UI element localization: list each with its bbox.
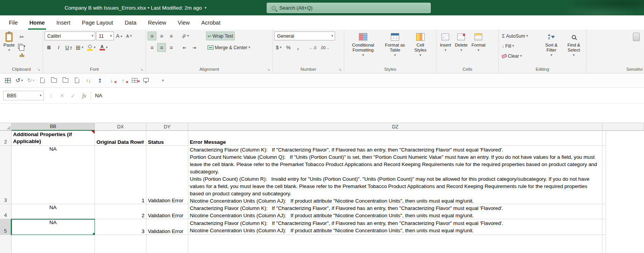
insert-function-icon[interactable] — [82, 92, 86, 99]
insert-cells-button[interactable]: Insert — [438, 31, 453, 52]
browse-folder-button[interactable] — [61, 78, 69, 83]
tab-file[interactable]: File — [3, 15, 23, 30]
insert-row-button[interactable]: ↥ — [96, 78, 104, 83]
delete-table-button[interactable] — [131, 78, 138, 83]
redo-button[interactable] — [27, 77, 35, 84]
increase-decimal-button[interactable] — [308, 43, 318, 52]
alignment-dialog-launcher-icon[interactable] — [267, 68, 270, 72]
cell-DZ2[interactable]: Error Message — [188, 131, 603, 146]
sort-filter-button[interactable]: AZ Sort & Filter — [539, 31, 563, 57]
tab-insert[interactable]: Insert — [51, 15, 76, 30]
fill-color-button[interactable] — [86, 43, 97, 52]
print-preview-button[interactable] — [73, 78, 81, 83]
tab-view[interactable]: View — [172, 15, 196, 30]
tab-home[interactable]: Home — [23, 15, 50, 30]
cell-DY2[interactable]: Status — [146, 131, 188, 146]
cell-filler[interactable] — [603, 204, 606, 219]
align-left-button[interactable] — [148, 43, 156, 52]
row-header-3[interactable]: 3 — [0, 146, 12, 204]
increase-indent-button[interactable] — [190, 43, 199, 52]
sensitivity-button[interactable] — [631, 31, 642, 42]
align-middle-button[interactable] — [157, 32, 166, 40]
cell-DY5[interactable]: Validation Error — [146, 219, 188, 235]
copy-button[interactable] — [17, 42, 27, 51]
cell-DX5[interactable]: 3 — [95, 219, 146, 235]
cell-BB3[interactable]: NA — [12, 146, 95, 204]
format-cells-button[interactable]: Format — [470, 31, 487, 52]
cell-BB4[interactable]: NA — [12, 204, 95, 219]
cell-DX2[interactable]: Original Data Row# — [95, 131, 146, 146]
formula-bar-expanded-area[interactable] — [0, 104, 644, 123]
wrap-text-button[interactable]: Wrap Text — [206, 32, 235, 40]
tab-acrobat[interactable]: Acrobat — [196, 15, 226, 30]
cell-filler[interactable] — [603, 146, 606, 204]
align-center-button[interactable] — [157, 43, 166, 52]
cell-filler[interactable] — [603, 235, 606, 253]
decrease-decimal-button[interactable] — [319, 43, 331, 52]
bold-button[interactable]: B — [45, 43, 53, 52]
document-title[interactable]: Company B with Issues_Errors.xlsx • Last… — [65, 0, 206, 15]
decrease-font-size-button[interactable]: A — [124, 32, 133, 40]
increase-font-size-button[interactable]: A — [115, 32, 124, 40]
row-header-partial[interactable] — [0, 235, 12, 253]
format-painter-button[interactable] — [17, 52, 27, 60]
cell-BB5-selected[interactable]: NA — [12, 219, 95, 235]
row-header-5[interactable]: 5 — [0, 219, 12, 235]
sort-rows-button[interactable]: ↑↓ — [85, 78, 92, 83]
tab-page-layout[interactable]: Page Layout — [76, 15, 119, 30]
align-top-button[interactable] — [148, 32, 156, 40]
font-color-button[interactable]: A — [98, 43, 110, 52]
cut-button[interactable] — [17, 32, 27, 41]
undo-button[interactable] — [15, 77, 23, 84]
formula-input[interactable]: NA — [95, 93, 102, 98]
find-select-button[interactable]: Find & Select — [563, 31, 584, 57]
cell-DX3[interactable]: 1 — [95, 146, 146, 204]
cell-empty[interactable] — [12, 235, 95, 253]
underline-button[interactable]: U — [64, 43, 73, 52]
tab-data[interactable]: Data — [119, 15, 142, 30]
borders-button[interactable] — [74, 43, 85, 52]
number-dialog-launcher-icon[interactable] — [339, 68, 342, 72]
comma-format-button[interactable]: , — [294, 43, 302, 52]
italic-button[interactable]: I — [54, 43, 63, 52]
conditional-formatting-button[interactable]: Conditional Formatting — [346, 31, 380, 57]
cell-DZ3[interactable]: Characterizing Flavor (Column K): If "Ch… — [188, 146, 603, 204]
cell-BB2[interactable]: Additional Properties (if Applicable) — [12, 131, 95, 146]
row-header-2[interactable]: 2 — [0, 131, 12, 146]
decrease-indent-button[interactable] — [180, 43, 189, 52]
cell-DZ4[interactable]: Characterizing Flavor (Column K): If "Ch… — [188, 204, 603, 219]
font-dialog-launcher-icon[interactable] — [140, 68, 143, 72]
delete-row-button[interactable]: ↓ — [108, 78, 115, 83]
enter-icon[interactable] — [71, 92, 75, 99]
new-file-button[interactable] — [38, 78, 46, 83]
name-box[interactable]: BB5 — [3, 91, 44, 100]
cell-empty[interactable] — [146, 235, 188, 253]
align-right-button[interactable] — [167, 43, 176, 52]
open-file-button[interactable] — [50, 78, 58, 83]
column-header-DX[interactable]: DX — [95, 123, 146, 131]
new-comment-button[interactable] — [142, 79, 150, 82]
format-as-table-button[interactable]: Format as Table — [380, 31, 410, 57]
number-format-select[interactable]: General — [274, 32, 335, 40]
clear-button[interactable]: Clear — [500, 52, 539, 60]
row-header-4[interactable]: 4 — [0, 204, 12, 219]
align-bottom-button[interactable] — [167, 32, 176, 40]
cell-styles-button[interactable]: Cell Styles — [410, 31, 431, 57]
select-all-corner[interactable] — [0, 123, 12, 131]
column-header-DZ[interactable]: DZ — [188, 123, 603, 131]
currency-format-button[interactable]: $ — [274, 43, 283, 52]
cell-DZ5[interactable]: Characterizing Flavor (Column K): If "Ch… — [188, 219, 603, 235]
cancel-icon[interactable] — [60, 92, 64, 99]
delete-cells-button[interactable]: Delete — [453, 31, 470, 52]
font-size-select[interactable]: 11 — [96, 32, 114, 40]
clipboard-dialog-launcher-icon[interactable] — [37, 68, 40, 72]
orientation-button[interactable] — [180, 32, 191, 40]
autosum-button[interactable]: AutoSum — [500, 32, 539, 40]
column-header-BB[interactable]: BB — [12, 123, 95, 131]
cell-empty[interactable] — [188, 235, 603, 253]
percent-format-button[interactable]: % — [284, 43, 293, 52]
font-name-select[interactable]: Calibri — [45, 32, 95, 40]
column-header-DY[interactable]: DY — [146, 123, 188, 131]
delete-column-button[interactable]: ↑ — [119, 78, 127, 83]
cell-empty[interactable] — [95, 235, 146, 253]
